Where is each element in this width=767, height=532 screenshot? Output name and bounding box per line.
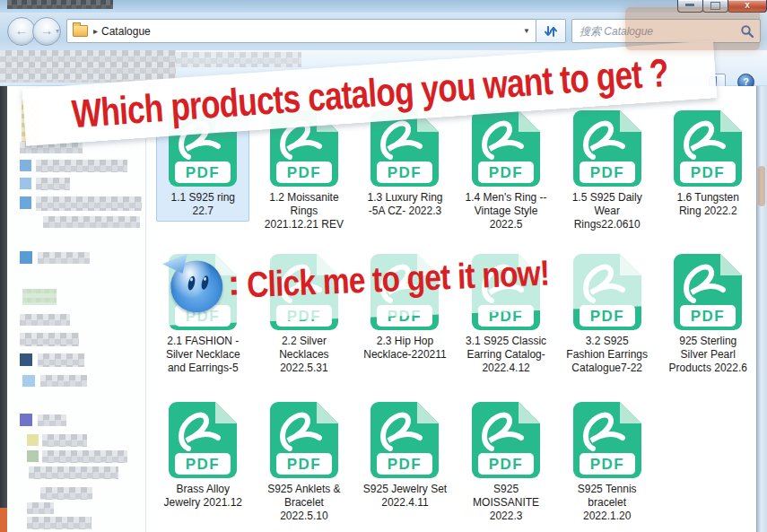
censored-block: [36, 196, 142, 211]
svg-text:PDF: PDF: [589, 308, 624, 325]
censored-block: [43, 216, 140, 228]
file-item[interactable]: PDF 1.6 Tungsten Ring 2022.2: [658, 102, 759, 235]
pdf-icon[interactable]: PDF: [672, 106, 744, 188]
file-item[interactable]: PDF S925 Jewelry Set 2022.4.11: [354, 394, 456, 527]
pdf-icon-graphic: PDF: [672, 249, 744, 332]
censored-block: [36, 160, 127, 172]
file-name: 1.5 S925 Daily Wear Rings22.0610: [565, 191, 649, 231]
pdf-icon-graphic: PDF: [672, 106, 744, 188]
svg-text:PDF: PDF: [287, 164, 322, 181]
address-dropdown-chevron[interactable]: ▼: [523, 27, 530, 35]
censored-block: [20, 160, 31, 171]
file-name: 1.2 Moissanite Rings 2021.12.21 REV: [262, 191, 346, 231]
censored-block: [176, 52, 301, 67]
pdf-icon[interactable]: PDF: [470, 106, 542, 188]
censored-block: [42, 434, 87, 447]
censored-block: [40, 487, 92, 500]
censored-block: [38, 353, 84, 367]
frame-artifact: [758, 166, 765, 206]
file-item-box[interactable]: PDF 1.4 Men's Ring -- Vintage Style 2022…: [459, 102, 553, 235]
pdf-icon[interactable]: PDF: [470, 397, 542, 480]
file-item[interactable]: PDF S925 MOISSANITE 2022.3: [456, 394, 557, 527]
file-item-box[interactable]: PDF S925 MOISSANITE 2022.3: [459, 394, 553, 527]
file-name: 1.1 S925 ring 22.7: [161, 191, 245, 218]
minimize-icon: [685, 4, 694, 6]
chat-bubble-mascot-icon: [170, 259, 223, 313]
censored-block: [27, 450, 39, 462]
svg-text:PDF: PDF: [489, 164, 524, 181]
pdf-icon[interactable]: PDF: [369, 397, 440, 480]
pdf-icon[interactable]: PDF: [268, 397, 340, 480]
file-item-box[interactable]: PDF S925 Jewelry Set 2022.4.11: [358, 394, 451, 513]
censored-block: [7, 0, 113, 9]
breadcrumb-folder[interactable]: Catalogue: [101, 25, 151, 38]
censored-block: [22, 375, 35, 387]
grid-empty-cell: [658, 394, 759, 527]
file-item-box[interactable]: PDF 1.6 Tungsten Ring 2022.2: [661, 102, 754, 222]
file-name: S925 Jewelry Set 2022.4.11: [362, 483, 447, 510]
breadcrumb-arrow-icon: ▸: [93, 26, 98, 36]
svg-text:PDF: PDF: [388, 456, 423, 473]
file-name: 2.2 Silver Necklaces 2022.5.31: [262, 335, 346, 375]
pdf-icon[interactable]: PDF: [571, 106, 643, 188]
censored-block: [38, 414, 66, 426]
pdf-icon-graphic: PDF: [268, 397, 340, 480]
file-item-box[interactable]: PDF Brass Alloy Jewelry 2021.12: [156, 394, 249, 513]
censored-block: [36, 178, 70, 190]
svg-text:PDF: PDF: [287, 456, 322, 473]
file-item[interactable]: PDF Brass Alloy Jewelry 2021.12: [153, 394, 254, 527]
file-item-box[interactable]: PDF S925 Tennis bracelet 2022.1.20: [561, 394, 654, 527]
svg-text:PDF: PDF: [589, 456, 624, 473]
pdf-icon-graphic: PDF: [571, 106, 643, 188]
file-item[interactable]: PDF 1.3 Luxury Ring -5A CZ- 2022.3: [354, 102, 456, 235]
svg-text:PDF: PDF: [691, 308, 726, 325]
pdf-icon[interactable]: PDF: [571, 397, 643, 480]
pdf-icon-graphic: PDF: [167, 397, 239, 480]
svg-text:PDF: PDF: [691, 164, 726, 181]
refresh-button[interactable]: [536, 19, 566, 43]
file-item[interactable]: PDF S925 Anklets & Bracelet 2022.5.10: [254, 394, 355, 527]
window-left-frame: [0, 86, 7, 532]
censored-block: [22, 289, 57, 305]
file-name: 1.6 Tungsten Ring 2022.2: [666, 191, 750, 218]
history-dropdown-chevron[interactable]: ▾: [56, 27, 59, 35]
svg-text:PDF: PDF: [489, 456, 524, 473]
file-name: 2.3 Hip Hop Necklace-220211: [362, 335, 447, 362]
cta-banner-text: Click me to get it now!: [247, 252, 551, 304]
address-bar[interactable]: ▸ Catalogue ▼: [66, 19, 536, 43]
file-name: S925 MOISSANITE 2022.3: [464, 483, 548, 523]
file-item[interactable]: PDF S925 Tennis bracelet 2022.1.20: [556, 394, 658, 527]
censored-block: [20, 251, 32, 264]
pdf-icon[interactable]: PDF: [167, 397, 239, 480]
folder-icon: [73, 25, 88, 37]
file-name: 1.3 Luxury Ring -5A CZ- 2022.3: [362, 191, 447, 218]
censored-block: [27, 502, 54, 514]
censored-block: [20, 196, 31, 209]
file-item[interactable]: PDF 1.4 Men's Ring -- Vintage Style 2022…: [456, 102, 557, 235]
censored-block: [40, 375, 87, 387]
cta-colon: :: [227, 262, 240, 302]
censored-block: [20, 414, 32, 426]
file-item-box[interactable]: PDF 1.5 S925 Daily Wear Rings22.0610: [561, 102, 654, 235]
censored-block: [42, 450, 127, 463]
censored-block: [38, 252, 90, 264]
svg-text:PDF: PDF: [388, 164, 423, 181]
svg-text:PDF: PDF: [186, 164, 221, 181]
file-item[interactable]: PDF 925 Sterling Silver Pearl Products 2…: [658, 246, 759, 379]
refresh-icon: [544, 24, 558, 39]
file-item[interactable]: PDF 1.5 S925 Daily Wear Rings22.0610: [556, 102, 658, 235]
svg-text:PDF: PDF: [589, 164, 624, 181]
pdf-icon-graphic: PDF: [470, 106, 542, 188]
censored-block: [27, 517, 92, 529]
file-name: 1.4 Men's Ring -- Vintage Style 2022.5: [464, 191, 548, 231]
file-item-box[interactable]: PDF S925 Anklets & Bracelet 2022.5.10: [257, 394, 351, 527]
censored-block: [20, 333, 79, 346]
file-name: S925 Tennis bracelet 2022.1.20: [565, 483, 649, 523]
censored-block: [29, 467, 118, 479]
pdf-icon[interactable]: PDF: [672, 249, 744, 332]
svg-text:PDF: PDF: [186, 456, 221, 473]
file-item-box[interactable]: PDF 925 Sterling Silver Pearl Products 2…: [661, 246, 754, 379]
explorer-window: x ← → ▾ ▸ Catalogue ▼ ?: [0, 0, 767, 532]
file-name: 925 Sterling Silver Pearl Products 2022.…: [666, 335, 750, 375]
censored-block: [0, 50, 176, 83]
